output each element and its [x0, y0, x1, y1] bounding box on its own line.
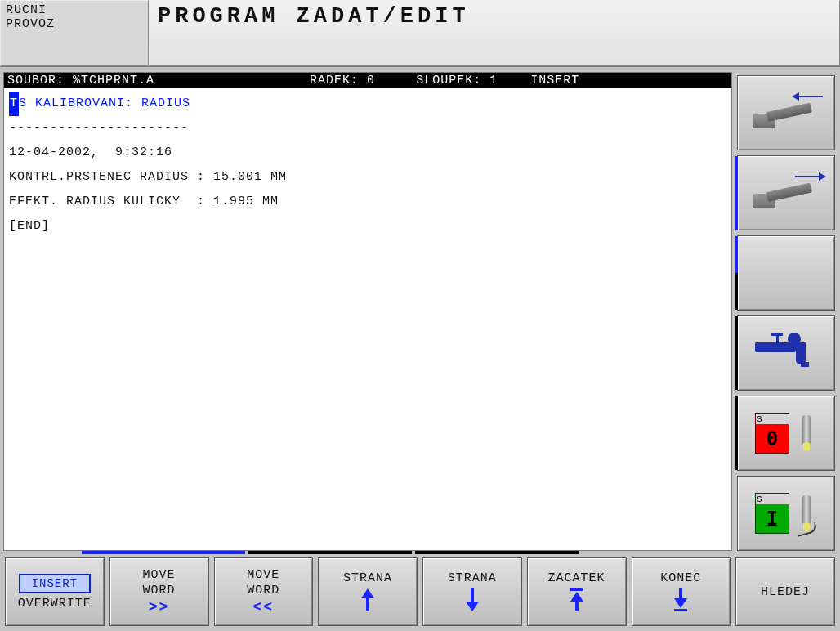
- insert-mode: INSERT: [530, 74, 579, 87]
- go-start-button[interactable]: ZACATEK: [527, 557, 627, 626]
- file-label: SOUBOR:: [7, 74, 65, 87]
- page-up-button[interactable]: STRANA: [318, 557, 418, 626]
- page-title: PROGRAM ZADAT/EDIT: [149, 0, 840, 66]
- spindle-start-icon: [796, 494, 817, 533]
- line-separator: ----------------------: [9, 121, 189, 135]
- mode-line-2: PROVOZ: [6, 17, 143, 31]
- spindle-stop-label: S: [756, 414, 762, 424]
- faucet-icon: [753, 333, 819, 374]
- header: RUCNI PROVOZ PROGRAM ZADAT/EDIT: [0, 0, 840, 67]
- sidebar-empty-button[interactable]: [737, 235, 835, 311]
- clamp-close-button[interactable]: [737, 155, 835, 230]
- search-label: HLEDEJ: [761, 585, 810, 599]
- page-label-up: STRANA: [343, 571, 392, 585]
- page-label-down: STRANA: [448, 571, 497, 585]
- col-value: 1: [489, 74, 498, 87]
- page-down-button[interactable]: STRANA: [422, 557, 522, 626]
- insert-overwrite-button[interactable]: INSERT OVERWRITE: [5, 557, 105, 626]
- chevron-right-icon: >>: [149, 599, 170, 615]
- spindle-stop-icon: [796, 414, 817, 453]
- arrow-down-bar-icon: [671, 587, 690, 613]
- spindle-start-value: I: [756, 504, 789, 533]
- word-label-2: WORD: [247, 584, 279, 597]
- svg-rect-1: [674, 609, 687, 611]
- editor-pane: SOUBOR: %TCHPRNT.A RADEK: 0 SLOUPEK: 1 I…: [3, 72, 732, 551]
- spindle-start-button[interactable]: S I: [737, 476, 835, 551]
- editor-cursor: T: [9, 92, 19, 116]
- clamp-close-icon: [749, 172, 823, 213]
- mode-indicator: RUCNI PROVOZ: [0, 0, 149, 66]
- editor-status-bar: SOUBOR: %TCHPRNT.A RADEK: 0 SLOUPEK: 1 I…: [4, 73, 731, 88]
- end-label: KONEC: [660, 571, 701, 585]
- spindle-start-indicator: S I: [755, 493, 789, 534]
- arrow-down-icon: [462, 587, 482, 613]
- go-end-button[interactable]: KONEC: [632, 557, 731, 626]
- word-label: WORD: [143, 584, 176, 597]
- mode-line-1: RUCNI: [6, 3, 143, 17]
- arrow-up-icon: [358, 587, 378, 613]
- coolant-button[interactable]: [737, 316, 835, 391]
- clamp-open-icon: [749, 92, 823, 133]
- search-button[interactable]: HLEDEJ: [735, 557, 835, 626]
- page-tab-active[interactable]: [82, 551, 245, 554]
- line-title: S KALIBROVANI: RADIUS: [19, 96, 190, 110]
- line-ring-radius: KONTRL.PRSTENEC RADIUS : 15.001 MM: [9, 170, 287, 184]
- start-label: ZACATEK: [548, 571, 605, 585]
- move-label-2: MOVE: [247, 568, 279, 582]
- insert-pill: INSERT: [19, 574, 91, 593]
- clamp-open-button[interactable]: [737, 75, 835, 150]
- move-word-forward-button[interactable]: MOVE WORD >>: [109, 557, 209, 626]
- chevron-left-icon: <<: [253, 599, 275, 615]
- move-label: MOVE: [143, 568, 176, 582]
- row-value: 0: [367, 74, 375, 87]
- line-ball-radius: EFEKT. RADIUS KULICKY : 1.995 MM: [9, 195, 279, 208]
- spindle-stop-indicator: S 0: [755, 413, 789, 454]
- page-tab-2[interactable]: [248, 551, 412, 554]
- sidebar: S 0 S I: [735, 67, 840, 553]
- spindle-stop-button[interactable]: S 0: [737, 396, 835, 471]
- editor-body[interactable]: TS KALIBROVANI: RADIUS -----------------…: [4, 88, 731, 242]
- page-tab-3[interactable]: [415, 551, 579, 554]
- arrow-up-bar-icon: [567, 587, 587, 613]
- line-timestamp: 12-04-2002, 9:32:16: [9, 145, 172, 159]
- move-word-back-button[interactable]: MOVE WORD <<: [214, 557, 314, 626]
- col-label: SLOUPEK:: [416, 74, 481, 87]
- softkey-page-indicator: [82, 551, 582, 554]
- overwrite-label: OVERWRITE: [18, 597, 92, 611]
- line-end: [END]: [9, 219, 50, 233]
- file-name: %TCHPRNT.A: [73, 74, 154, 87]
- spindle-stop-value: 0: [756, 424, 789, 453]
- row-label: RADEK:: [310, 74, 359, 87]
- spindle-start-label: S: [756, 494, 762, 504]
- softkey-bar: INSERT OVERWRITE MOVE WORD >> MOVE WORD …: [0, 553, 840, 631]
- svg-rect-0: [570, 588, 583, 591]
